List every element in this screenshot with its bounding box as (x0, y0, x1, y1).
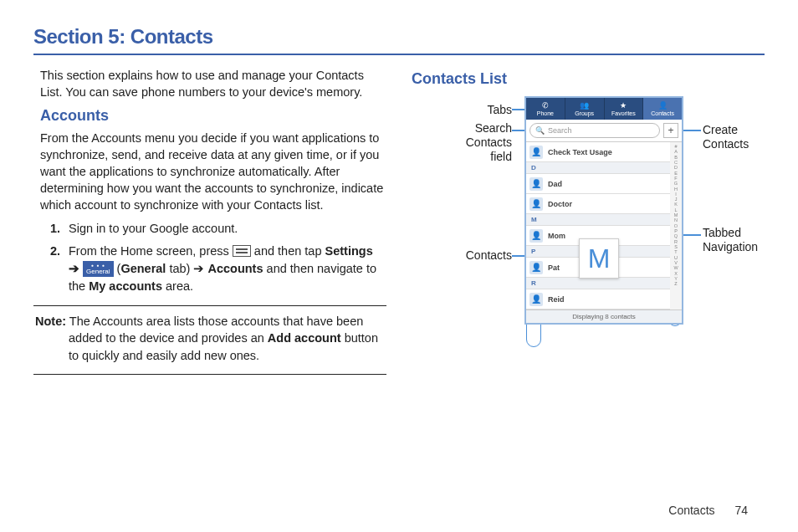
my-accounts-label: My accounts (89, 279, 162, 293)
note-rule-top (33, 305, 386, 306)
section-title: Section 5: Contacts (33, 25, 765, 49)
contacts-diagram: Tabs Search Contacts field Contacts Crea… (412, 96, 765, 381)
section-header: D (526, 162, 670, 174)
note-rule-bottom (33, 374, 386, 375)
tab-groups-label: Groups (575, 110, 594, 116)
callout-create: Create Contacts (703, 123, 749, 151)
row-name: Pat (548, 263, 560, 272)
accounts-heading: Accounts (40, 107, 386, 125)
add-account-label: Add account (268, 331, 341, 345)
groups-icon: 👥 (580, 102, 589, 110)
right-column: Contacts List Tabs Search Contacts field… (412, 67, 765, 381)
list-item[interactable]: 👤Dad (526, 174, 670, 194)
callout-tabs: Tabs (412, 103, 512, 117)
status-bar: Displaying 8 contacts (526, 309, 682, 323)
note-label: Note: (35, 315, 66, 328)
contact-list: 👤Check Text Usage D 👤Dad 👤Doctor M 👤Mom … (526, 142, 670, 309)
avatar: 👤 (529, 261, 543, 274)
avatar: 👤 (529, 229, 543, 243)
star-icon: ★ (620, 102, 627, 110)
general-tab-label: General (120, 262, 166, 275)
accounts-para: From the Accounts menu you decide if you… (33, 130, 386, 213)
row-name: Doctor (548, 200, 572, 208)
index-char: Z (674, 281, 677, 286)
list-item[interactable]: 👤Doctor (526, 194, 670, 214)
step-2-text-f: area. (162, 279, 193, 293)
tab-groups[interactable]: 👥Groups (565, 98, 605, 120)
phone-icon: ✆ (542, 102, 549, 110)
left-column: This section explains how to use and man… (33, 67, 386, 381)
row-name: Dad (548, 180, 562, 188)
row-name: Check Text Usage (548, 148, 612, 156)
step-2-text-a: From the Home screen, press (69, 244, 233, 258)
add-contact-button[interactable]: + (663, 123, 678, 138)
search-icon: 🔍 (535, 126, 545, 135)
settings-label: Settings (325, 244, 373, 258)
person-icon: 👤 (658, 102, 668, 110)
list-item[interactable]: 👤Reid (526, 289, 670, 309)
arrow-1: ➔ (69, 262, 83, 275)
alpha-index[interactable]: # A B C D E F G H I J K L M N (670, 142, 682, 309)
avatar: 👤 (529, 293, 543, 306)
step-2: 2. From the Home screen, press and then … (50, 243, 386, 295)
callout-contacts: Contacts (412, 248, 512, 263)
footer-chapter: Contacts (668, 504, 714, 517)
phone-search-row: 🔍 Search + (526, 120, 682, 142)
phone-tabs-bar: ✆Phone 👥Groups ★Favorites 👤Contacts (526, 98, 682, 120)
list-item[interactable]: 👤Check Text Usage (526, 142, 670, 162)
avatar: 👤 (529, 197, 543, 211)
callout-tabbed-nav: Tabbed Navigation (703, 226, 758, 254)
index-preview-letter: M (579, 238, 619, 279)
callout-search: Search Contacts field (412, 121, 512, 163)
page-footer: Contacts 74 (668, 504, 748, 517)
leader-tabbed (681, 234, 701, 236)
section-header: M (526, 214, 670, 226)
step-1-text: Sign in to your Google account. (69, 222, 238, 235)
footer-page: 74 (734, 504, 748, 517)
note-text: Note: The Accounts area lists those acco… (33, 313, 386, 364)
search-placeholder: Search (548, 126, 572, 135)
tab-favorites-label: Favorites (611, 110, 636, 116)
contacts-list-heading: Contacts List (412, 70, 765, 88)
section-header: R (526, 278, 670, 289)
step-1: 1. Sign in to your Google account. (50, 220, 386, 238)
tab-favorites[interactable]: ★Favorites (605, 98, 644, 120)
intro-text: This section explains how to use and man… (33, 67, 386, 100)
avatar: 👤 (529, 177, 543, 191)
step-2-text-b: and then tap (254, 244, 325, 258)
menu-icon (233, 245, 251, 257)
tab-contacts[interactable]: 👤Contacts (643, 98, 682, 120)
avatar: 👤 (529, 146, 543, 159)
accounts-label: Accounts (207, 262, 263, 275)
title-rule (33, 54, 765, 55)
tab-phone[interactable]: ✆Phone (526, 98, 565, 120)
general-tab-icon: General (83, 261, 113, 277)
tab-contacts-label: Contacts (651, 110, 674, 116)
row-name: Reid (548, 295, 565, 304)
phone-mock: ✆Phone 👥Groups ★Favorites 👤Contacts 🔍 Se… (524, 96, 683, 325)
tab-phone-label: Phone (537, 110, 554, 116)
row-name: Mom (548, 232, 565, 240)
step-2-text-d: tab) ➔ (166, 262, 207, 275)
search-input[interactable]: 🔍 Search (529, 123, 660, 138)
